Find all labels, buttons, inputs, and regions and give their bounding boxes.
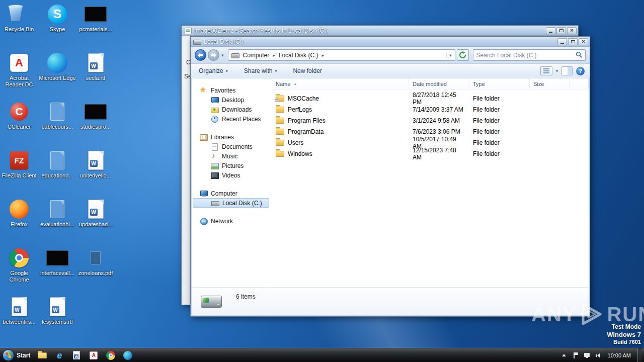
clock[interactable]: 10:00 AM bbox=[608, 352, 631, 358]
forward-button[interactable] bbox=[208, 49, 219, 61]
sidebar-item-local-disk-c[interactable]: Local Disk (C:) bbox=[193, 198, 269, 208]
views-button[interactable] bbox=[540, 66, 552, 75]
show-desktop-button[interactable] bbox=[637, 348, 642, 362]
file-list: Name ▲ Date modified Type Size bbox=[272, 78, 589, 287]
breadcrumb-local-disk[interactable]: Local Disk (C:) bbox=[278, 51, 319, 59]
maximize-button[interactable] bbox=[568, 38, 578, 45]
address-history-dropdown[interactable]: ▾ bbox=[446, 53, 452, 58]
column-header-size[interactable]: Size bbox=[530, 78, 570, 89]
desktop-icon-filezilla[interactable]: FileZilla Client bbox=[0, 147, 38, 196]
sidebar-item-label: Libraries bbox=[211, 134, 234, 141]
desktop-icon-recycle-bin[interactable]: Recycle Bin bbox=[0, 1, 38, 50]
back-button[interactable] bbox=[195, 49, 206, 61]
maximize-button[interactable] bbox=[556, 27, 566, 34]
desktop-icon-studiespro[interactable]: studiespro... bbox=[76, 99, 115, 147]
column-label: Name bbox=[276, 81, 290, 87]
search-icon[interactable] bbox=[576, 51, 582, 60]
refresh-button[interactable] bbox=[457, 49, 469, 61]
sidebar-item-label: Pictures bbox=[222, 162, 244, 169]
sidebar-item-label: Documents bbox=[222, 143, 253, 150]
column-header-type[interactable]: Type bbox=[469, 78, 530, 89]
sidebar-item-recent-places[interactable]: Recent Places bbox=[192, 114, 272, 124]
library-icon bbox=[200, 134, 208, 141]
views-dropdown[interactable]: ▾ bbox=[556, 69, 558, 73]
sidebar-item-downloads[interactable]: Downloads bbox=[192, 105, 272, 114]
word-icon bbox=[73, 351, 80, 359]
desktop-icon-unitedyello[interactable]: unitedyello... bbox=[76, 147, 115, 196]
close-button[interactable]: × bbox=[579, 38, 588, 45]
network-tray-icon[interactable] bbox=[584, 352, 591, 359]
title-bar[interactable]: Local Disk (C:) × bbox=[191, 37, 590, 47]
file-row[interactable]: Program Files 3/1/2024 9:58 AM File fold… bbox=[272, 115, 589, 126]
organize-button[interactable]: Organize▾ bbox=[196, 66, 231, 76]
window-local-disk[interactable]: Local Disk (C:) × ▾ Computer ▸ Local Dis… bbox=[190, 36, 590, 317]
explorer-body: Favorites Desktop Downloads Recent Place… bbox=[192, 78, 589, 287]
taskbar-item-internet-explorer[interactable] bbox=[52, 349, 67, 362]
desktop-icon-grid: Recycle Bin Skype pcmaterials... Acrobat… bbox=[0, 1, 115, 342]
desktop-icon-ccleaner[interactable]: CCleaner bbox=[0, 99, 38, 147]
start-button[interactable]: Start bbox=[0, 348, 34, 362]
volume-icon[interactable] bbox=[595, 352, 602, 359]
file-date: 7/14/2009 3:37 AM bbox=[409, 106, 469, 113]
desktop-icon-microsoft-edge[interactable]: Microsoft Edge bbox=[38, 50, 76, 99]
desktop-icon-evaluationhl[interactable]: evaluationhl... bbox=[38, 196, 76, 245]
search-input[interactable] bbox=[476, 52, 576, 59]
desktop-icon-label: Skype bbox=[50, 26, 65, 33]
breadcrumb-separator[interactable]: ▸ bbox=[321, 53, 324, 58]
close-button[interactable]: × bbox=[567, 27, 577, 34]
taskbar-item-chrome[interactable] bbox=[103, 349, 118, 362]
desktop-icon-firefox[interactable]: Firefox bbox=[0, 196, 38, 245]
desktop-icon-secla-rtf[interactable]: secla.rtf bbox=[76, 50, 115, 99]
sidebar-computer[interactable]: Computer bbox=[192, 189, 272, 198]
title-bar[interactable]: image002.emz - Search Results in Local D… bbox=[182, 26, 578, 36]
desktop-icon-label: Microsoft Edge bbox=[39, 75, 75, 81]
organize-label: Organize bbox=[199, 67, 223, 74]
column-header-name[interactable]: Name ▲ bbox=[272, 78, 409, 89]
desktop-icon-updateshad[interactable]: updateshad... bbox=[76, 196, 115, 245]
ccleaner-icon bbox=[10, 103, 28, 121]
taskbar-item-explorer[interactable] bbox=[35, 349, 50, 362]
search-box[interactable] bbox=[473, 49, 586, 61]
sidebar-item-desktop[interactable]: Desktop bbox=[192, 95, 272, 105]
sidebar-favorites[interactable]: Favorites bbox=[192, 85, 272, 95]
action-center-icon[interactable] bbox=[572, 352, 579, 359]
desktop-icon-betweenfirs[interactable]: betweenfirs... bbox=[0, 294, 38, 342]
desktop-icon-lesystems-rtf[interactable]: lesystems.rtf bbox=[38, 294, 76, 342]
file-row[interactable]: PerfLogs 7/14/2009 3:37 AM File folder bbox=[272, 104, 589, 115]
desktop-icon-educationd[interactable]: educationd... bbox=[38, 147, 76, 196]
desktop-icon-acrobat-reader[interactable]: Acrobat Reader DC bbox=[0, 50, 38, 99]
minimize-button[interactable] bbox=[546, 27, 555, 34]
help-button[interactable]: ? bbox=[576, 67, 585, 75]
sidebar-item-pictures[interactable]: Pictures bbox=[192, 161, 272, 170]
desktop-background[interactable]: Recycle Bin Skype pcmaterials... Acrobat… bbox=[0, 0, 644, 362]
file-row[interactable]: Windows 12/15/2023 7:48 AM File folder bbox=[272, 148, 589, 159]
folder-icon bbox=[276, 118, 284, 124]
taskbar-item-word[interactable] bbox=[69, 349, 84, 362]
breadcrumb-separator[interactable]: ▸ bbox=[273, 53, 275, 58]
column-header-date-modified[interactable]: Date modified bbox=[409, 78, 469, 89]
desktop-icon-cablecours[interactable]: cablecours... bbox=[38, 99, 76, 147]
sidebar-libraries[interactable]: Libraries bbox=[192, 132, 272, 142]
share-with-button[interactable]: Share with▾ bbox=[241, 66, 280, 76]
desktop-icon-label: betweenfirs... bbox=[3, 319, 35, 325]
sidebar-network[interactable]: Network bbox=[192, 216, 272, 226]
sidebar-item-label: Desktop bbox=[222, 97, 244, 104]
hidden-icons-button[interactable] bbox=[560, 352, 568, 359]
minimize-button[interactable] bbox=[557, 38, 567, 45]
desktop-icon-pcmaterials[interactable]: pcmaterials... bbox=[76, 1, 115, 50]
preview-pane-button[interactable] bbox=[561, 66, 573, 75]
recent-pages-dropdown[interactable]: ▾ bbox=[221, 53, 224, 58]
desktop-icon-skype[interactable]: Skype bbox=[38, 1, 76, 50]
file-row[interactable]: MSOCache 8/27/2018 12:45 PM File folder bbox=[272, 93, 589, 104]
desktop-icon-google-chrome[interactable]: Google Chrome bbox=[0, 245, 38, 294]
sidebar-item-documents[interactable]: Documents bbox=[192, 142, 272, 151]
breadcrumb-computer[interactable]: Computer bbox=[242, 51, 271, 59]
desktop-icon-interfacevall[interactable]: interfacevall... bbox=[38, 245, 76, 294]
address-bar[interactable]: Computer ▸ Local Disk (C:) ▸ ▾ bbox=[228, 49, 455, 61]
new-folder-button[interactable]: New folder bbox=[290, 66, 325, 76]
taskbar-item-acrobat[interactable] bbox=[86, 349, 101, 362]
sidebar-item-music[interactable]: Music bbox=[192, 151, 272, 161]
desktop-icon-zoneloans-pdf[interactable]: zoneloans.pdf bbox=[76, 245, 115, 294]
taskbar-item-edge[interactable] bbox=[120, 349, 135, 362]
sidebar-item-videos[interactable]: Videos bbox=[192, 170, 272, 180]
